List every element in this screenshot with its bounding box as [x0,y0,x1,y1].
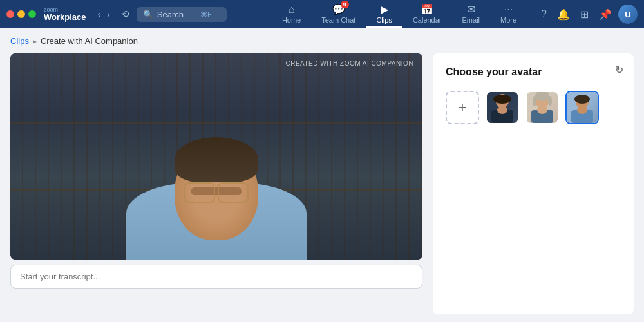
notifications-button[interactable]: 🔔 [553,6,574,23]
svg-point-6 [537,106,547,114]
avatar-option-1[interactable] [486,91,519,124]
main-content: Clips ▸ Create with AI Companion [0,28,644,322]
clips-icon: ▶ [381,3,388,15]
zoom-logo: zoom Workplace [44,7,86,21]
calendar-icon: 📅 [421,3,433,15]
refresh-button[interactable]: ↻ [612,61,626,79]
help-button[interactable]: ? [537,6,551,23]
svg-point-8 [533,96,536,106]
person-head [178,137,255,240]
back-button[interactable]: ‹ [95,8,104,21]
person-glasses [184,182,249,200]
nav-arrows: ‹ › [95,8,113,21]
video-container: CREATED WITH ZOOM AI COMPANION [10,53,422,260]
apps-button[interactable]: ⊞ [576,6,592,23]
nav-email[interactable]: ✉ Email [452,1,491,28]
svg-rect-13 [574,95,590,104]
nav-home[interactable]: ⌂ Home [272,1,311,28]
pin-button[interactable]: 📌 [595,6,616,23]
svg-point-9 [548,96,552,106]
avatar-2-preview [527,92,558,123]
person-hair [175,137,258,182]
shelf-line-1 [10,122,422,124]
team-chat-icon: 💬 9 [332,3,345,15]
breadcrumb-clips-link[interactable]: Clips [10,36,29,46]
avatar-2-svg [528,92,556,123]
transcript-input[interactable] [10,265,422,289]
user-avatar[interactable]: U [618,5,638,24]
avatar-1-preview [487,92,518,123]
search-icon: 🔍 [143,10,153,19]
avatar-3-svg [568,92,596,123]
home-icon: ⌂ [289,4,295,15]
svg-rect-3 [493,95,511,104]
maximize-window-button[interactable] [28,10,36,18]
close-window-button[interactable] [6,10,14,18]
transcript-input-wrap [10,265,422,289]
breadcrumb-separator: ▸ [33,37,37,46]
breadcrumb: Clips ▸ Create with AI Companion [10,36,634,46]
topbar-nav: ⌂ Home 💬 9 Team Chat ▶ Clips 📅 Calendar … [272,1,527,28]
avatar-3-preview [567,92,598,123]
svg-point-12 [577,106,587,114]
avatar-option-3[interactable] [565,91,599,124]
plus-icon: + [459,99,467,116]
nav-clips[interactable]: ▶ Clips [366,1,402,28]
body-area: CREATED WITH ZOOM AI COMPANION ↻ Choose … [10,53,634,314]
more-icon: ··· [504,4,513,15]
search-bar[interactable]: 🔍 Search ⌘F [137,7,227,22]
topbar-actions: ? 🔔 ⊞ 📌 U [537,5,638,24]
breadcrumb-current: Create with AI Companion [41,36,138,46]
nav-calendar[interactable]: 📅 Calendar [402,1,452,28]
add-avatar-button[interactable]: + [446,91,479,124]
nav-more[interactable]: ··· More [490,1,527,28]
video-panel: CREATED WITH ZOOM AI COMPANION [10,53,422,314]
forward-button[interactable]: › [104,8,113,21]
window-controls [6,10,36,18]
svg-point-2 [497,106,507,114]
minimize-window-button[interactable] [17,10,25,18]
topbar: zoom Workplace ‹ › ⟲ 🔍 Search ⌘F ⌂ Home … [0,0,644,28]
video-watermark: CREATED WITH ZOOM AI COMPANION [285,60,413,67]
email-icon: ✉ [467,3,475,15]
team-chat-badge: 9 [341,1,349,8]
choose-avatar-label: Choose your avatar [446,66,621,78]
right-panel: ↻ Choose your avatar + [433,53,634,314]
history-button[interactable]: ⟲ [118,7,133,21]
avatar-options: + [446,91,621,124]
avatar-1-svg [488,92,516,123]
nav-team-chat[interactable]: 💬 9 Team Chat [311,1,366,28]
avatar-option-2[interactable] [526,91,559,124]
